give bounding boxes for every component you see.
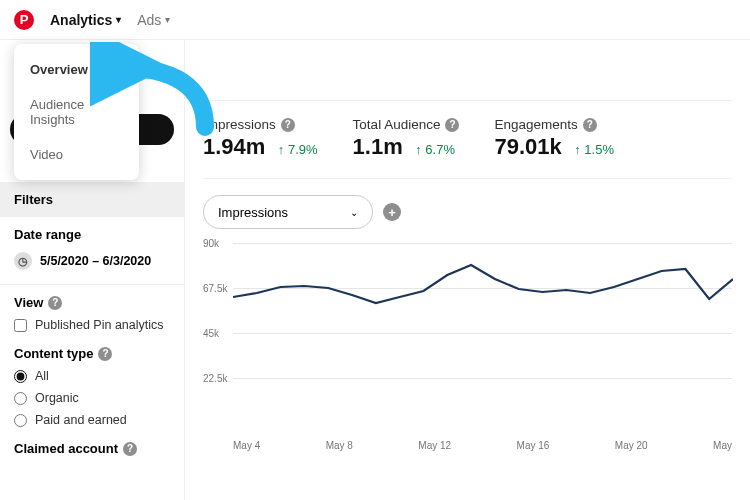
chart-metric-select[interactable]: Impressions ⌄ (203, 195, 373, 229)
metric-delta: ↑ 1.5% (574, 142, 614, 157)
date-range-picker[interactable]: ◷ 5/5/2020 – 6/3/2020 (0, 246, 184, 285)
y-tick-label: 22.5k (203, 373, 227, 384)
arrow-up-icon: ↑ (415, 142, 422, 157)
content-type-paid[interactable]: Paid and earned (0, 409, 184, 431)
x-tick-label: May 8 (326, 440, 353, 451)
help-icon[interactable]: ? (123, 442, 137, 456)
filters-header: Filters (0, 182, 184, 217)
impressions-chart: 90k67.5k45k22.5k May 4May 8May 12May 16M… (203, 243, 732, 443)
add-metric-button[interactable]: + (383, 203, 401, 221)
y-tick-label: 90k (203, 238, 219, 249)
chevron-down-icon: ▾ (116, 14, 121, 25)
ads-nav-label: Ads (137, 12, 161, 28)
y-tick-label: 67.5k (203, 283, 227, 294)
x-tick-label: May (713, 440, 732, 451)
chevron-down-icon: ⌄ (350, 207, 358, 218)
dropdown-item-audience-insights[interactable]: Audience Insights (14, 87, 139, 137)
x-tick-label: May 4 (233, 440, 260, 451)
view-title: View ? (0, 285, 184, 314)
pinterest-logo-icon: P (14, 10, 34, 30)
metric-value: 79.01k (494, 134, 561, 160)
y-tick-label: 45k (203, 328, 219, 339)
x-tick-label: May 12 (418, 440, 451, 451)
metric-impressions[interactable]: Impressions? 1.94m ↑ 7.9% (203, 117, 318, 160)
content-type-title: Content type ? (0, 336, 184, 365)
claimed-account-title: Claimed account ? (0, 431, 184, 460)
help-icon[interactable]: ? (583, 118, 597, 132)
dropdown-item-video[interactable]: Video (14, 137, 139, 172)
clock-icon: ◷ (14, 252, 32, 270)
help-icon[interactable]: ? (445, 118, 459, 132)
x-tick-label: May 20 (615, 440, 648, 451)
metric-delta: ↑ 7.9% (278, 142, 318, 157)
dropdown-item-overview[interactable]: Overview (14, 52, 139, 87)
arrow-up-icon: ↑ (278, 142, 285, 157)
content-type-organic[interactable]: Organic (0, 387, 184, 409)
metric-value: 1.94m (203, 134, 265, 160)
analytics-dropdown: Overview Audience Insights Video (14, 44, 139, 180)
chevron-down-icon: ▾ (165, 14, 170, 25)
content-type-all[interactable]: All (0, 365, 184, 387)
top-nav: P Analytics ▾ Ads ▾ (0, 0, 750, 40)
arrow-up-icon: ↑ (574, 142, 581, 157)
metric-value: 1.1m (353, 134, 403, 160)
metric-total-audience[interactable]: Total Audience? 1.1m ↑ 6.7% (353, 117, 460, 160)
x-tick-label: May 16 (517, 440, 550, 451)
published-pin-checkbox[interactable]: Published Pin analytics (0, 314, 184, 336)
metric-delta: ↑ 6.7% (415, 142, 455, 157)
analytics-nav-label: Analytics (50, 12, 112, 28)
metrics-row: Impressions? 1.94m ↑ 7.9% Total Audience… (203, 100, 732, 179)
metric-engagements[interactable]: Engagements? 79.01k ↑ 1.5% (494, 117, 614, 160)
help-icon[interactable]: ? (281, 118, 295, 132)
help-icon[interactable]: ? (98, 347, 112, 361)
date-range-value: 5/5/2020 – 6/3/2020 (40, 254, 151, 268)
help-icon[interactable]: ? (48, 296, 62, 310)
main-content: Impressions? 1.94m ↑ 7.9% Total Audience… (185, 40, 750, 500)
ads-nav-button[interactable]: Ads ▾ (137, 12, 170, 28)
date-range-title: Date range (0, 217, 184, 246)
analytics-nav-button[interactable]: Analytics ▾ (50, 12, 121, 28)
